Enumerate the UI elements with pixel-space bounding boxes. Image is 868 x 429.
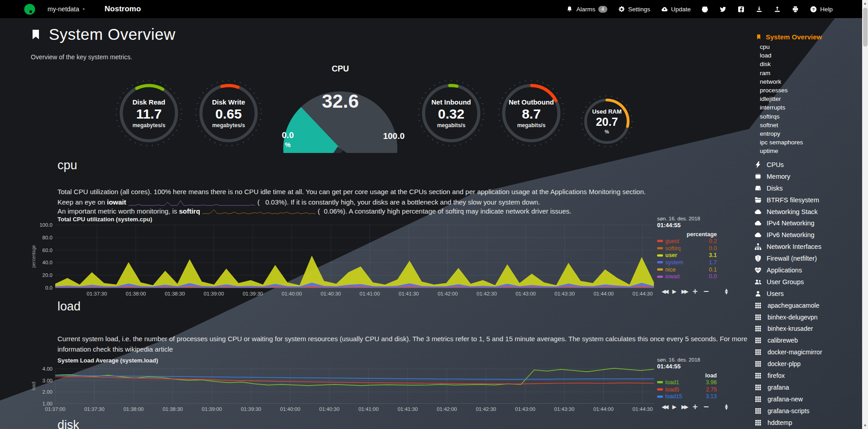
svg-text:40.0: 40.0 [43, 260, 52, 265]
zoom-in-button[interactable]: + [692, 288, 698, 295]
sidebar-item-label: hddtemp [768, 419, 792, 426]
print-button[interactable] [792, 5, 799, 13]
zoom-out-button[interactable]: − [703, 288, 709, 295]
svg-text:01:44:00: 01:44:00 [593, 291, 614, 296]
legend-item-system[interactable]: system1.7 [657, 259, 717, 266]
gauge-disk-write[interactable]: Disk Write0.65megabytes/s [193, 77, 264, 149]
gauge-disk-read[interactable]: Disk Read11.7megabytes/s [113, 77, 185, 149]
sidebar-item-network-interfaces[interactable]: Network Interfaces [754, 241, 822, 253]
sidebar-item-calibreweb[interactable]: calibreweb [754, 334, 822, 346]
legend-item-load5[interactable]: load52.75 [657, 386, 717, 393]
sidebar-item-binhex-delugevpn[interactable]: binhex-delugevpn [754, 311, 822, 323]
import-snapshot-button[interactable] [773, 5, 781, 13]
sidebar-item-interrupts[interactable]: interrupts [760, 104, 803, 113]
sidebar-item-cpu[interactable]: cpu [760, 43, 803, 52]
sidebar-item-ipv6-networking[interactable]: IPv6 Networking [754, 229, 822, 241]
twitter-button[interactable] [719, 5, 727, 13]
sidebar-item-applications[interactable]: Applications [754, 264, 822, 276]
pan-left-button[interactable]: ◀◀ [662, 289, 667, 294]
github-button[interactable] [701, 5, 709, 13]
sidebar-item-idlejitter[interactable]: idlejitter [760, 95, 803, 104]
zoom-in-button[interactable]: + [692, 403, 698, 410]
legend-item-softirq[interactable]: softirq0.0 [657, 245, 717, 252]
gauge-title: Disk Read [133, 98, 166, 106]
sidebar-item-label: binhex-krusader [768, 325, 813, 332]
svg-text:01:43:30: 01:43:30 [554, 406, 575, 412]
sidebar-item-entropy[interactable]: entropy [760, 130, 803, 139]
sidebar-item-processes[interactable]: processes [760, 87, 803, 95]
scroll-up-button[interactable]: ▲ [862, 0, 868, 7]
svg-text:01:41:30: 01:41:30 [399, 291, 419, 296]
sidebar-item-grafana-scripts[interactable]: grafana-scripts [754, 405, 822, 417]
settings-button[interactable]: Settings [618, 5, 650, 13]
sidebar-item-grafana-new[interactable]: grafana-new [754, 393, 822, 405]
legend-item-user[interactable]: user3.1 [657, 252, 717, 259]
gauge-net-inbound[interactable]: Net Inbound0.32megabits/s [415, 77, 487, 149]
gear-icon [618, 5, 625, 13]
hostname-dropdown[interactable]: my-netdata [48, 5, 86, 13]
sidebar-item-users[interactable]: Users [754, 288, 822, 300]
grid-icon [754, 419, 762, 426]
gauge-cpu[interactable]: CPU 32.6 0.0 % 100.0 [272, 64, 409, 155]
pan-left-button[interactable]: ◀◀ [662, 404, 667, 410]
grid-icon [754, 372, 762, 379]
load-desc-1: Current system load, i.e. the number of … [57, 335, 747, 343]
sidebar-item-disks[interactable]: Disks [754, 182, 822, 194]
sidebar-item-ram[interactable]: ram [760, 70, 803, 78]
zoom-out-button[interactable]: − [703, 403, 709, 410]
sidebar-item-network[interactable]: network [760, 78, 803, 87]
svg-text:01:42:00: 01:42:00 [438, 291, 458, 296]
gauge-net-outbound[interactable]: Net Outbound8.7megabits/s [496, 77, 567, 149]
scroll-down-button[interactable]: ▼ [862, 422, 868, 429]
sidebar-item-btrfs-filesystem[interactable]: BTRFS filesystem [754, 194, 822, 206]
sidebar-item-apacheguacamole[interactable]: apacheguacamole [754, 300, 822, 311]
pan-right-button[interactable]: ▶▶ [682, 404, 687, 410]
sidebar-item-binhex-krusader[interactable]: binhex-krusader [754, 323, 822, 334]
sidebar-item-softirqs[interactable]: softirqs [760, 113, 803, 122]
sidebar-item-user-groups[interactable]: User Groups [754, 276, 822, 288]
netdata-logo[interactable] [24, 3, 36, 15]
sidebar-item-disk[interactable]: disk [760, 61, 803, 69]
sidebar-item-docker-plpp[interactable]: docker-plpp [754, 358, 822, 370]
sidebar-item-softnet[interactable]: softnet [760, 122, 803, 130]
export-snapshot-button[interactable] [755, 5, 763, 13]
svg-text:percentage: percentage [31, 245, 36, 267]
facebook-button[interactable] [737, 5, 745, 13]
legend-item-load15[interactable]: load153.13 [657, 393, 717, 400]
play-button[interactable]: ▶ [672, 289, 676, 294]
bolt-icon [754, 161, 762, 169]
sidebar-item-system-overview[interactable]: System Overview [756, 33, 822, 41]
gauge-used-ram[interactable]: Used RAM20.7% [579, 94, 634, 149]
sidebar-item-grafana[interactable]: grafana [754, 381, 822, 393]
bookmark-icon [756, 33, 762, 41]
sidebar-item-firewall-netfilter-[interactable]: Firewall (netfilter) [754, 253, 822, 264]
pan-right-button[interactable]: ▶▶ [682, 289, 687, 294]
sidebar-item-hddtemp[interactable]: hddtemp [754, 417, 822, 429]
sidebar-item-docker-magicmirror[interactable]: docker-magicmirror [754, 346, 822, 358]
legend-item-load1[interactable]: load13.96 [657, 379, 717, 386]
alarms-button[interactable]: Alarms 4 [566, 5, 607, 13]
resize-chart-handle[interactable]: ▲▼ [725, 404, 728, 410]
sidebar-item-uptime[interactable]: uptime [760, 148, 803, 156]
cpu-chart[interactable]: 100.080.060.040.020.00.001:37:3001:38:00… [0, 221, 661, 300]
legend-item-guest[interactable]: guest0.2 [657, 238, 717, 245]
vertical-scrollbar[interactable]: ▲ ▼ [862, 0, 868, 429]
legend-item-nice[interactable]: nice0.1 [657, 266, 717, 273]
play-button[interactable]: ▶ [672, 404, 676, 410]
sidebar-item-ipv4-networking[interactable]: IPv4 Networking [754, 217, 822, 229]
github-icon [701, 5, 709, 13]
update-button[interactable]: Update [661, 5, 691, 13]
legend-item-iowait[interactable]: iowait0.0 [657, 273, 717, 280]
sidebar-item-cpus[interactable]: CPUs [754, 159, 822, 171]
sidebar-nav: System Overview cpuloaddiskramnetworkpro… [751, 18, 863, 429]
resize-chart-handle[interactable]: ▲▼ [725, 288, 728, 295]
svg-text:4.00: 4.00 [43, 366, 52, 372]
sidebar-item-ipc-semaphores[interactable]: ipc semaphores [760, 139, 803, 148]
scrollbar-thumb[interactable] [863, 8, 868, 47]
sidebar-item-firefox[interactable]: firefox [754, 370, 822, 381]
help-button[interactable]: ? Help [810, 5, 833, 13]
sidebar-item-load[interactable]: load [760, 52, 803, 61]
sidebar-item-memory[interactable]: Memory [754, 171, 822, 182]
sidebar-item-networking-stack[interactable]: Networking Stack [754, 206, 822, 218]
load-chart[interactable]: 4.003.002.001.0001:37:0001:37:3001:38:00… [0, 364, 661, 415]
